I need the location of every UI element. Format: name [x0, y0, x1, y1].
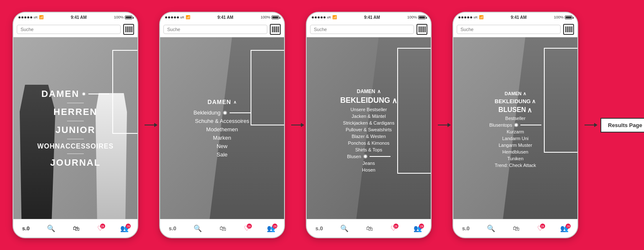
- search-nav-icon-1: 🔍: [47, 224, 55, 232]
- battery-percent-1: 100%: [114, 15, 124, 19]
- screen2-wrapper: sR 📶 9:41 AM 100%: [159, 12, 306, 238]
- divider-3: [67, 139, 84, 139]
- strick-3[interactable]: Strickjacken & Cardigans: [343, 120, 395, 125]
- shirts-3[interactable]: Shirts & Tops: [355, 147, 383, 152]
- bottom-nav-1: s.0 🔍 🛍 ♡ 28 👥 28: [13, 219, 137, 237]
- nav-account-2[interactable]: 👥 28: [267, 224, 275, 232]
- content-area-2: DAMEN ∧ Bekleidung Schuhe & Accessoires …: [160, 37, 284, 219]
- nav-wishlist-3[interactable]: ♡ 28: [391, 224, 396, 232]
- damen-label-4: DAMEN∧: [504, 91, 526, 96]
- menu-item-damen[interactable]: DAMEN: [41, 89, 80, 99]
- bottom-nav-2: s.0 🔍 🛍 ♡ 28 👥 28: [160, 219, 284, 237]
- time-display-1: 9:41 AM: [71, 15, 87, 20]
- nav-search-1[interactable]: 🔍: [47, 224, 55, 232]
- screen3-wrapper: sR 📶 9:41 AM 100%: [306, 12, 453, 238]
- bekleidung-item[interactable]: Bekleidung: [194, 109, 220, 116]
- blusentops-4[interactable]: Blusentops: [489, 122, 512, 128]
- nav-search-4[interactable]: 🔍: [487, 224, 495, 232]
- nav-bag-1[interactable]: 🛍: [73, 225, 80, 232]
- damen-label-3: DAMEN∧: [357, 89, 381, 94]
- modethemen-item[interactable]: Modethemen: [206, 126, 238, 133]
- nav-account-4[interactable]: 👥 28: [560, 224, 569, 232]
- results-connector: Results Page: [582, 118, 644, 133]
- ponchos-3[interactable]: Ponchos & Kimonos: [348, 141, 389, 146]
- arrow-head-1: [154, 123, 158, 127]
- search-input-2[interactable]: [163, 25, 267, 34]
- connector-box-1: [112, 50, 137, 134]
- trend-4[interactable]: Trend: Check Attack: [495, 163, 536, 168]
- phone-screen4: sR 📶 9:41 AM 100%: [453, 12, 578, 238]
- menu-item-herren[interactable]: HERREN: [54, 107, 98, 117]
- schuhe-item[interactable]: Schuhe & Accessoires: [195, 118, 249, 124]
- blusen-3[interactable]: Blusen: [347, 154, 361, 159]
- bag-nav-icon-1: 🛍: [73, 225, 80, 232]
- bottom-nav-4: s.0 🔍 🛍 ♡ 28 👥 28: [453, 219, 577, 237]
- arrow-3: [436, 125, 453, 125]
- langarm-4[interactable]: Langarm Muster: [499, 143, 532, 148]
- nav-bag-2[interactable]: 🛍: [220, 225, 226, 232]
- barcode-icon-3[interactable]: [416, 24, 427, 35]
- sale-item[interactable]: Sale: [217, 151, 228, 158]
- search-bar-2: [160, 22, 284, 37]
- nav-logo-3[interactable]: s.0: [316, 225, 323, 232]
- bekleidung-header-4: BEKLEIDUNG∧: [495, 98, 536, 104]
- search-input-1[interactable]: [17, 25, 121, 34]
- nav-account-1[interactable]: 👥 28: [120, 224, 129, 232]
- phone-screen1: sR 📶 9:41 AM 100%: [13, 12, 138, 238]
- status-bar-1: sR 📶 9:41 AM 100%: [13, 13, 137, 22]
- pullover-3[interactable]: Pullover & Sweatshirts: [346, 127, 392, 132]
- menu-item-wohn[interactable]: WOHNACCESSOIRES: [37, 143, 114, 150]
- barcode-icon-4[interactable]: [563, 24, 574, 35]
- blusentops-row: Blusentops: [489, 122, 541, 128]
- nav-search-2[interactable]: 🔍: [194, 224, 202, 232]
- search-bar-4: [453, 22, 577, 37]
- bestseller-4[interactable]: Bestseller: [505, 116, 525, 121]
- status-left-1: sR 📶: [18, 15, 44, 19]
- s0-icon-1: s.0: [22, 225, 30, 232]
- carrier-label: sR: [34, 16, 38, 19]
- nav-logo-2[interactable]: s.0: [169, 225, 176, 232]
- damen-menu-row: DAMEN: [41, 89, 110, 99]
- divider-2: [67, 121, 84, 121]
- blusentops-indicator: [514, 123, 518, 127]
- nav-wishlist-1[interactable]: ♡ 28: [97, 224, 103, 232]
- search-input-4[interactable]: [457, 25, 561, 34]
- kurzarm-4[interactable]: Kurzarm: [507, 129, 524, 134]
- landarm-4[interactable]: Landarm Uni: [502, 136, 529, 141]
- nav-search-3[interactable]: 🔍: [340, 224, 349, 232]
- bestseller-3[interactable]: Unsere Bestseller: [351, 107, 387, 112]
- menu-item-journal[interactable]: JOURNAL: [50, 157, 101, 168]
- arrow-line-1: [145, 125, 157, 125]
- app-container: sR 📶 9:41 AM 100%: [0, 0, 644, 250]
- nav-wishlist-4[interactable]: ♡ 28: [537, 224, 543, 232]
- nav-logo-4[interactable]: s.0: [462, 225, 470, 232]
- new-item[interactable]: New: [217, 143, 228, 149]
- hemdblusen-4[interactable]: Hemdblusen: [502, 149, 528, 154]
- screen4-wrapper: sR 📶 9:41 AM 100%: [453, 12, 644, 238]
- nav-logo-1[interactable]: s.0: [22, 225, 30, 232]
- tuniken-4[interactable]: Tuniken: [507, 156, 524, 161]
- nav-wishlist-2[interactable]: ♡ 28: [244, 224, 250, 232]
- divider-1: [67, 103, 84, 103]
- damen-indicator: [82, 92, 86, 96]
- status-bar-3: sR 📶 9:41 AM 100%: [307, 13, 431, 22]
- barcode-icon-1[interactable]: [123, 24, 134, 35]
- nav-bag-4[interactable]: 🛍: [513, 225, 520, 232]
- barcode-icon-2[interactable]: [270, 24, 281, 35]
- status-bar-2: sR 📶 9:41 AM 100%: [160, 13, 284, 22]
- divider-4: [67, 154, 84, 154]
- damen-header-2: DAMEN ∧: [207, 99, 236, 105]
- search-input-3[interactable]: [310, 25, 414, 34]
- jacken-3[interactable]: Jacken & Mäntel: [352, 114, 385, 119]
- menu-item-junior[interactable]: JUNIOR: [55, 125, 95, 135]
- nav-account-3[interactable]: 👥 28: [414, 224, 422, 232]
- blusen-indicator-3: [363, 154, 367, 159]
- nav-bag-3[interactable]: 🛍: [366, 225, 373, 232]
- blazer-3[interactable]: Blazer & Westen: [352, 134, 386, 139]
- phone-screen2: sR 📶 9:41 AM 100%: [159, 12, 285, 238]
- hosen-3[interactable]: Hosen: [362, 167, 375, 172]
- marken-item[interactable]: Marken: [213, 135, 231, 141]
- jeans-3[interactable]: Jeans: [362, 161, 375, 166]
- wifi-icon: 📶: [39, 15, 44, 19]
- signal-dots: [18, 16, 32, 18]
